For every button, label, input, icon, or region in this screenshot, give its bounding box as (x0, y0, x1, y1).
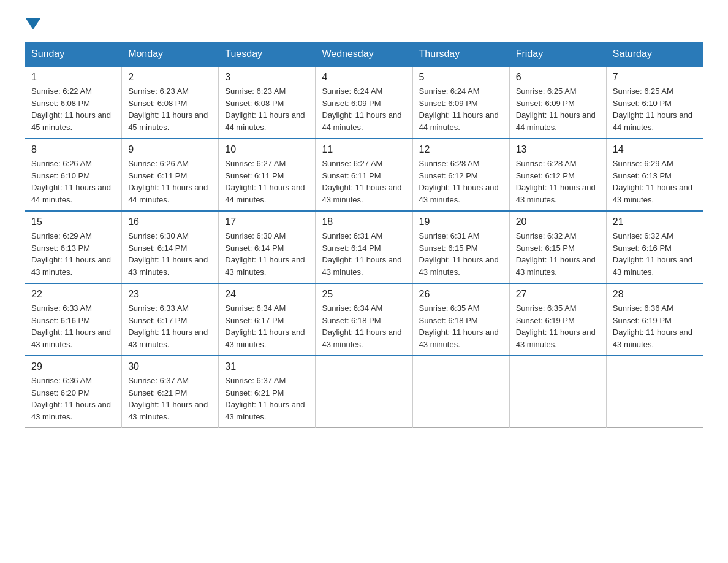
calendar-week-row: 22 Sunrise: 6:33 AM Sunset: 6:16 PM Dayl… (25, 283, 703, 356)
day-number: 11 (322, 144, 406, 155)
column-header-tuesday: Tuesday (219, 42, 316, 67)
day-info: Sunrise: 6:28 AM Sunset: 6:12 PM Dayligh… (419, 158, 503, 205)
calendar-cell (509, 356, 606, 428)
day-number: 18 (322, 216, 406, 228)
day-number: 2 (128, 72, 212, 83)
day-info: Sunrise: 6:36 AM Sunset: 6:19 PM Dayligh… (613, 302, 697, 350)
calendar-cell: 4 Sunrise: 6:24 AM Sunset: 6:09 PM Dayli… (316, 66, 412, 139)
day-info: Sunrise: 6:37 AM Sunset: 6:21 PM Dayligh… (128, 375, 212, 423)
calendar-cell: 13 Sunrise: 6:28 AM Sunset: 6:12 PM Dayl… (509, 139, 606, 211)
calendar-cell: 29 Sunrise: 6:36 AM Sunset: 6:20 PM Dayl… (25, 356, 122, 428)
calendar-week-row: 1 Sunrise: 6:22 AM Sunset: 6:08 PM Dayli… (25, 66, 703, 139)
day-number: 19 (419, 216, 503, 228)
calendar-cell: 28 Sunrise: 6:36 AM Sunset: 6:19 PM Dayl… (606, 283, 703, 356)
calendar-table: SundayMondayTuesdayWednesdayThursdayFrid… (25, 42, 703, 428)
day-info: Sunrise: 6:25 AM Sunset: 6:10 PM Dayligh… (613, 85, 697, 133)
calendar-cell: 3 Sunrise: 6:23 AM Sunset: 6:08 PM Dayli… (219, 66, 316, 139)
page-header (25, 18, 703, 29)
calendar-cell: 15 Sunrise: 6:29 AM Sunset: 6:13 PM Dayl… (25, 211, 122, 283)
day-number: 25 (322, 289, 406, 300)
day-info: Sunrise: 6:23 AM Sunset: 6:08 PM Dayligh… (128, 85, 212, 133)
day-number: 26 (419, 289, 503, 300)
day-info: Sunrise: 6:34 AM Sunset: 6:18 PM Dayligh… (322, 302, 406, 350)
day-number: 14 (613, 144, 697, 155)
day-number: 24 (225, 289, 309, 300)
calendar-cell: 22 Sunrise: 6:33 AM Sunset: 6:16 PM Dayl… (25, 283, 122, 356)
day-info: Sunrise: 6:24 AM Sunset: 6:09 PM Dayligh… (322, 85, 406, 133)
day-number: 7 (613, 72, 697, 83)
day-number: 31 (225, 361, 309, 372)
calendar-cell: 1 Sunrise: 6:22 AM Sunset: 6:08 PM Dayli… (25, 66, 122, 139)
day-number: 23 (128, 289, 212, 300)
column-header-sunday: Sunday (25, 42, 122, 67)
day-info: Sunrise: 6:29 AM Sunset: 6:13 PM Dayligh… (613, 158, 697, 205)
day-number: 6 (516, 72, 600, 83)
day-info: Sunrise: 6:32 AM Sunset: 6:15 PM Dayligh… (516, 230, 600, 278)
calendar-cell: 17 Sunrise: 6:30 AM Sunset: 6:14 PM Dayl… (219, 211, 316, 283)
calendar-cell: 26 Sunrise: 6:35 AM Sunset: 6:18 PM Dayl… (412, 283, 509, 356)
calendar-cell: 5 Sunrise: 6:24 AM Sunset: 6:09 PM Dayli… (412, 66, 509, 139)
day-info: Sunrise: 6:22 AM Sunset: 6:08 PM Dayligh… (31, 85, 115, 133)
calendar-cell: 31 Sunrise: 6:37 AM Sunset: 6:21 PM Dayl… (219, 356, 316, 428)
day-info: Sunrise: 6:27 AM Sunset: 6:11 PM Dayligh… (322, 158, 406, 205)
day-info: Sunrise: 6:37 AM Sunset: 6:21 PM Dayligh… (225, 375, 309, 423)
day-number: 5 (419, 72, 503, 83)
column-header-wednesday: Wednesday (316, 42, 412, 67)
day-info: Sunrise: 6:30 AM Sunset: 6:14 PM Dayligh… (128, 230, 212, 278)
calendar-cell: 19 Sunrise: 6:31 AM Sunset: 6:15 PM Dayl… (412, 211, 509, 283)
day-info: Sunrise: 6:26 AM Sunset: 6:10 PM Dayligh… (31, 158, 115, 205)
day-number: 15 (31, 216, 115, 228)
calendar-week-row: 29 Sunrise: 6:36 AM Sunset: 6:20 PM Dayl… (25, 356, 703, 428)
calendar-cell: 2 Sunrise: 6:23 AM Sunset: 6:08 PM Dayli… (122, 66, 219, 139)
day-info: Sunrise: 6:23 AM Sunset: 6:08 PM Dayligh… (225, 85, 309, 133)
day-number: 22 (31, 289, 115, 300)
day-number: 13 (516, 144, 600, 155)
column-header-thursday: Thursday (412, 42, 509, 67)
day-info: Sunrise: 6:26 AM Sunset: 6:11 PM Dayligh… (128, 158, 212, 205)
calendar-cell: 11 Sunrise: 6:27 AM Sunset: 6:11 PM Dayl… (316, 139, 412, 211)
calendar-cell: 9 Sunrise: 6:26 AM Sunset: 6:11 PM Dayli… (122, 139, 219, 211)
day-info: Sunrise: 6:36 AM Sunset: 6:20 PM Dayligh… (31, 375, 115, 423)
calendar-cell: 24 Sunrise: 6:34 AM Sunset: 6:17 PM Dayl… (219, 283, 316, 356)
calendar-cell: 21 Sunrise: 6:32 AM Sunset: 6:16 PM Dayl… (606, 211, 703, 283)
calendar-cell: 18 Sunrise: 6:31 AM Sunset: 6:14 PM Dayl… (316, 211, 412, 283)
column-header-monday: Monday (122, 42, 219, 67)
calendar-cell: 8 Sunrise: 6:26 AM Sunset: 6:10 PM Dayli… (25, 139, 122, 211)
column-header-friday: Friday (509, 42, 606, 67)
calendar-cell: 20 Sunrise: 6:32 AM Sunset: 6:15 PM Dayl… (509, 211, 606, 283)
calendar-cell (412, 356, 509, 428)
day-number: 29 (31, 361, 115, 372)
day-number: 21 (613, 216, 697, 228)
day-info: Sunrise: 6:33 AM Sunset: 6:16 PM Dayligh… (31, 302, 115, 350)
calendar-cell (606, 356, 703, 428)
day-number: 17 (225, 216, 309, 228)
day-number: 28 (613, 289, 697, 300)
day-info: Sunrise: 6:24 AM Sunset: 6:09 PM Dayligh… (419, 85, 503, 133)
day-info: Sunrise: 6:28 AM Sunset: 6:12 PM Dayligh… (516, 158, 600, 205)
calendar-cell: 30 Sunrise: 6:37 AM Sunset: 6:21 PM Dayl… (122, 356, 219, 428)
day-number: 27 (516, 289, 600, 300)
day-info: Sunrise: 6:31 AM Sunset: 6:15 PM Dayligh… (419, 230, 503, 278)
day-number: 20 (516, 216, 600, 228)
calendar-cell: 6 Sunrise: 6:25 AM Sunset: 6:09 PM Dayli… (509, 66, 606, 139)
logo-arrow-icon (26, 18, 40, 29)
day-number: 16 (128, 216, 212, 228)
calendar-cell: 14 Sunrise: 6:29 AM Sunset: 6:13 PM Dayl… (606, 139, 703, 211)
day-number: 12 (419, 144, 503, 155)
day-number: 8 (31, 144, 115, 155)
calendar-cell: 7 Sunrise: 6:25 AM Sunset: 6:10 PM Dayli… (606, 66, 703, 139)
calendar-week-row: 15 Sunrise: 6:29 AM Sunset: 6:13 PM Dayl… (25, 211, 703, 283)
calendar-cell: 12 Sunrise: 6:28 AM Sunset: 6:12 PM Dayl… (412, 139, 509, 211)
day-info: Sunrise: 6:35 AM Sunset: 6:18 PM Dayligh… (419, 302, 503, 350)
day-info: Sunrise: 6:32 AM Sunset: 6:16 PM Dayligh… (613, 230, 697, 278)
day-info: Sunrise: 6:34 AM Sunset: 6:17 PM Dayligh… (225, 302, 309, 350)
logo (25, 18, 42, 29)
day-info: Sunrise: 6:27 AM Sunset: 6:11 PM Dayligh… (225, 158, 309, 205)
day-info: Sunrise: 6:33 AM Sunset: 6:17 PM Dayligh… (128, 302, 212, 350)
day-number: 1 (31, 72, 115, 83)
day-info: Sunrise: 6:31 AM Sunset: 6:14 PM Dayligh… (322, 230, 406, 278)
calendar-cell: 23 Sunrise: 6:33 AM Sunset: 6:17 PM Dayl… (122, 283, 219, 356)
day-info: Sunrise: 6:29 AM Sunset: 6:13 PM Dayligh… (31, 230, 115, 278)
day-number: 4 (322, 72, 406, 83)
day-info: Sunrise: 6:25 AM Sunset: 6:09 PM Dayligh… (516, 85, 600, 133)
